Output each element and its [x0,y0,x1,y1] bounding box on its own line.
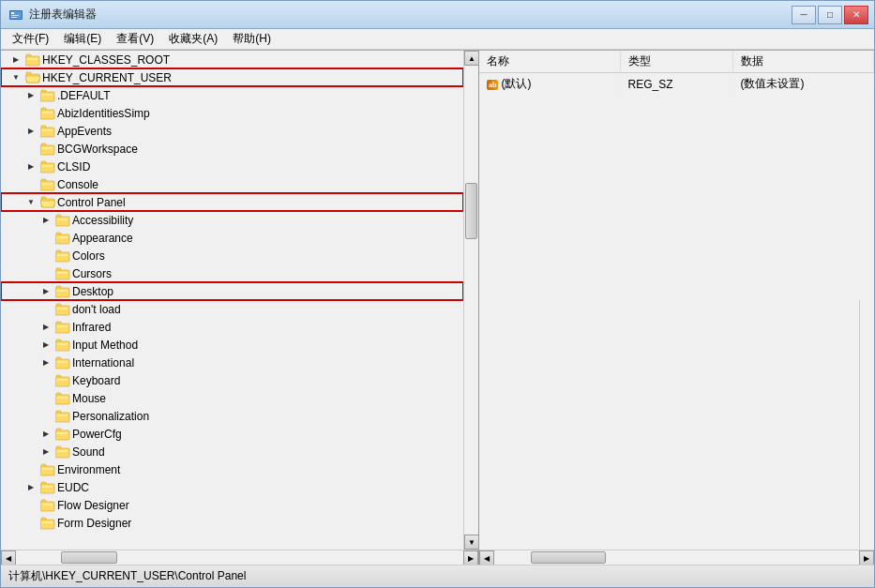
detail-row[interactable]: ab(默认)REG_SZ(数值未设置) [479,73,874,96]
tree-item[interactable]: ▼HKEY_CURRENT_USER [1,68,463,86]
menu-item[interactable]: 收藏夹(A) [161,29,225,49]
minimize-button[interactable]: ─ [792,6,816,24]
tree-item[interactable]: Personalization [1,407,463,425]
tree-item[interactable]: Environment [1,460,463,478]
tree-item[interactable]: Flow Designer [1,496,463,514]
tree-item[interactable]: ▶International [1,354,463,371]
tree-item-label: Flow Designer [57,499,129,512]
tree-item[interactable]: ▶Accessibility [1,211,463,229]
right-horiz-thumb[interactable] [531,551,606,564]
folder-icon [40,160,55,173]
menu-item[interactable]: 帮助(H) [225,29,279,49]
expand-btn[interactable]: ▶ [38,323,53,331]
ab-icon: ab [487,80,498,90]
right-horiz-left[interactable]: ◀ [479,550,494,565]
expand-btn[interactable]: ▶ [23,127,38,135]
tree-item[interactable]: ▶Desktop [1,282,463,300]
menu-item[interactable]: 编辑(E) [56,29,109,49]
expand-btn[interactable]: ▶ [23,91,38,99]
expand-btn[interactable]: ▼ [23,198,38,206]
tree-item-label: Environment [57,463,120,476]
tree-item[interactable]: don't load [1,300,463,318]
folder-icon [40,143,55,156]
tree-item-label: Colors [72,249,105,263]
right-horiz-right[interactable]: ▶ [859,550,874,565]
tree-scroll-area[interactable]: ▶HKEY_CLASSES_ROOT▼HKEY_CURRENT_USER▶.DE… [1,51,463,550]
tree-scrollbar[interactable]: ▲ ▼ [463,51,478,550]
svg-rect-65 [57,415,68,416]
right-horiz-scrollbar[interactable]: ◀ ▶ [479,550,874,565]
tree-item[interactable]: AbizIdentitiesSimp [1,104,463,122]
expand-btn[interactable]: ▶ [38,216,53,224]
tree-item[interactable]: Mouse [1,389,463,407]
tree-item[interactable]: ▶AppEvents [1,122,463,140]
right-scrollbar[interactable] [859,300,874,550]
tree-item[interactable]: Form Designer [1,514,463,532]
svg-rect-71 [57,450,68,452]
expand-btn[interactable]: ▶ [38,340,53,349]
expand-btn[interactable]: ▶ [38,358,53,367]
expand-btn[interactable]: ▼ [8,73,23,82]
svg-rect-80 [42,504,53,505]
tree-item[interactable]: Keyboard [1,371,463,389]
svg-rect-37 [55,252,69,262]
scroll-track [464,66,478,535]
expand-btn[interactable]: ▶ [38,447,53,456]
tree-item[interactable]: ▶CLSID [1,158,463,175]
tree-item[interactable]: Cursors [1,264,463,282]
horiz-left-arrow[interactable]: ◀ [1,550,16,565]
scroll-thumb[interactable] [465,183,477,239]
scroll-up-arrow[interactable]: ▲ [464,51,478,66]
scroll-down-arrow[interactable]: ▼ [464,535,478,550]
horiz-right-arrow[interactable]: ▶ [463,550,478,565]
tree-item[interactable]: ▶EUDC [1,478,463,496]
svg-rect-17 [40,128,54,137]
svg-rect-49 [55,324,69,333]
tree-item[interactable]: ▼Control Panel [1,193,463,211]
tree-item-label: HKEY_CURRENT_USER [42,71,172,84]
restore-button[interactable]: □ [818,6,842,24]
expand-btn[interactable]: ▶ [23,162,38,171]
menu-item[interactable]: 查看(V) [109,29,161,49]
tree-item[interactable]: ▶PowerCfg [1,425,463,443]
tree-item[interactable]: ▶Infrared [1,318,463,336]
menu-item[interactable]: 文件(F) [5,29,56,49]
tree-item[interactable]: ▶HKEY_CLASSES_ROOT [1,51,463,68]
expand-btn[interactable]: ▶ [38,287,53,295]
tree-item[interactable]: ▶Sound [1,443,463,460]
tree-item-label: Sound [72,445,105,459]
close-button[interactable]: ✕ [844,6,868,24]
svg-rect-47 [57,308,68,309]
svg-rect-34 [55,234,69,244]
folder-icon [55,303,70,316]
svg-rect-12 [42,94,53,96]
expand-btn[interactable]: ▶ [8,55,23,64]
title-bar: 注册表编辑器 ─ □ ✕ [1,1,874,29]
tree-item[interactable]: BCGWorkspace [1,140,463,158]
tree-item[interactable]: Appearance [1,229,463,247]
tree-item[interactable]: ▶.DEFAULT [1,86,463,104]
right-filler [479,300,859,550]
col-name: 名称 [479,51,620,73]
svg-rect-35 [57,236,68,238]
right-horiz-track [494,550,859,565]
tree-horiz-scrollbar[interactable]: ◀ ▶ [1,550,478,565]
folder-icon [40,499,55,512]
svg-rect-41 [57,272,68,274]
svg-rect-50 [57,325,68,327]
folder-icon [40,107,55,120]
folder-icon [55,428,70,441]
folder-icon [25,71,40,84]
tree-item[interactable]: Console [1,175,463,193]
tree-item[interactable]: Colors [1,247,463,264]
svg-rect-18 [42,129,53,131]
folder-icon [55,445,70,459]
horiz-thumb[interactable] [61,551,117,564]
folder-icon [55,249,70,263]
expand-btn[interactable]: ▶ [23,483,38,491]
tree-item-label: AbizIdentitiesSimp [57,107,150,120]
tree-item[interactable]: ▶Input Method [1,336,463,354]
expand-btn[interactable]: ▶ [38,430,53,438]
tree-item-label: Console [57,178,98,191]
tree-item-label: Infrared [72,321,111,334]
